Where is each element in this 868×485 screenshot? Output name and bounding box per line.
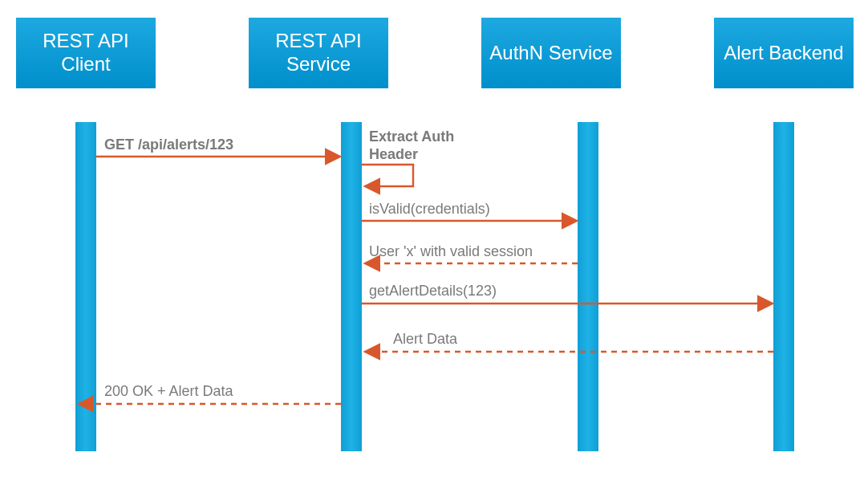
lifeline-backend bbox=[773, 122, 794, 451]
lifeline-client bbox=[75, 122, 96, 451]
msg-extract-auth: Extract Auth Header bbox=[369, 128, 454, 163]
msg-isvalid: isValid(credentials) bbox=[369, 201, 490, 218]
actor-service: REST API Service bbox=[249, 18, 388, 88]
msg-200-ok: 200 OK + Alert Data bbox=[104, 383, 233, 401]
msg-get-alerts: GET /api/alerts/123 bbox=[104, 137, 233, 154]
lifeline-authn bbox=[578, 122, 598, 451]
msg-valid-session: User 'x' with valid session bbox=[369, 243, 533, 261]
lifeline-service bbox=[341, 122, 362, 451]
actor-backend: Alert Backend bbox=[714, 18, 854, 88]
msg-get-alert-details: getAlertDetails(123) bbox=[369, 283, 497, 300]
actor-client: REST API Client bbox=[16, 18, 156, 88]
actor-authn: AuthN Service bbox=[481, 18, 621, 88]
sequence-diagram: REST API Client REST API Service AuthN S… bbox=[0, 0, 868, 485]
arrow-extract-auth bbox=[362, 165, 413, 186]
msg-alert-data: Alert Data bbox=[393, 331, 457, 348]
